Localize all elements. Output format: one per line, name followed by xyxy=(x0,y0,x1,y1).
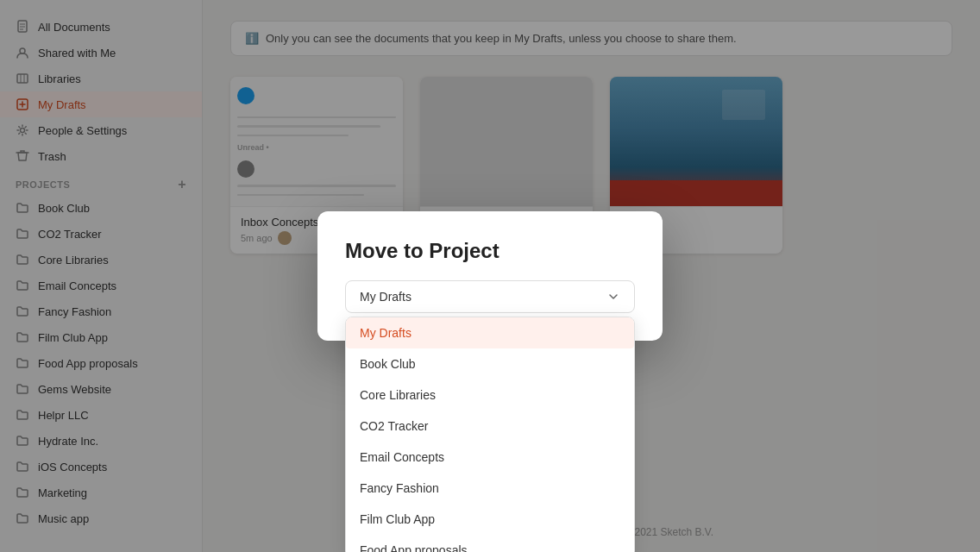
dropdown-item-film-club-app[interactable]: Film Club App xyxy=(346,504,634,535)
dropdown-item-email-concepts[interactable]: Email Concepts xyxy=(346,442,634,473)
dropdown-item-co2-tracker[interactable]: CO2 Tracker xyxy=(346,411,634,442)
dropdown-item-food-app-proposals[interactable]: Food App proposals xyxy=(346,535,634,552)
dropdown-item-core-libraries[interactable]: Core Libraries xyxy=(346,380,634,411)
modal-title: Move to Project xyxy=(345,239,635,263)
dropdown-item-fancy-fashion[interactable]: Fancy Fashion xyxy=(346,473,634,504)
dropdown-selected[interactable]: My Drafts xyxy=(345,280,635,313)
project-dropdown[interactable]: My Drafts My Drafts Book Club Core Libra… xyxy=(345,280,635,313)
dropdown-item-book-club[interactable]: Book Club xyxy=(346,348,634,380)
dropdown-list: My Drafts Book Club Core Libraries CO2 T… xyxy=(345,317,635,552)
dropdown-item-my-drafts[interactable]: My Drafts xyxy=(346,317,634,348)
move-to-project-modal: Move to Project My Drafts My Drafts Book… xyxy=(317,211,663,341)
chevron-down-icon xyxy=(606,290,620,304)
dropdown-selected-label: My Drafts xyxy=(360,290,411,304)
